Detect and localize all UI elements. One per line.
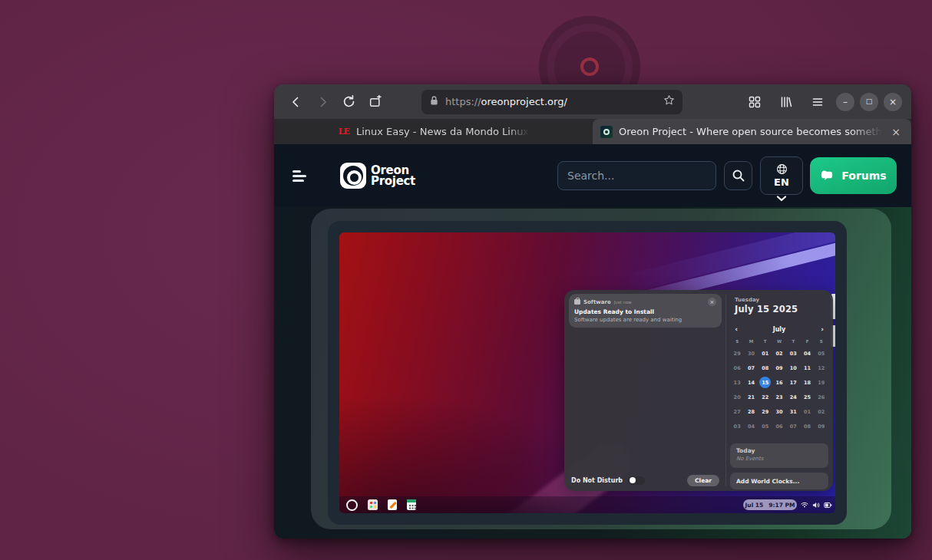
- notification-title: Updates Ready to Install: [574, 308, 716, 315]
- activities-oreon-icon[interactable]: [346, 499, 358, 511]
- calendar-day[interactable]: 11: [800, 361, 814, 375]
- calendar-day[interactable]: 03: [730, 419, 744, 433]
- screenshot-frame: Software Just now × Updates Ready to Ins…: [328, 221, 847, 525]
- calendar-day[interactable]: 08: [758, 361, 772, 375]
- language-selector[interactable]: EN: [760, 156, 803, 195]
- close-button[interactable]: ×: [884, 93, 902, 111]
- calendar-day[interactable]: 06: [772, 419, 786, 433]
- calendar-day[interactable]: 14: [744, 375, 758, 390]
- text-editor-icon[interactable]: [388, 499, 397, 510]
- maximize-button[interactable]: □: [860, 93, 878, 111]
- calendar-day[interactable]: 19: [815, 375, 828, 390]
- dnd-toggle[interactable]: [628, 476, 645, 485]
- calendar-day-header: S: [815, 337, 828, 346]
- site-logo[interactable]: Oreon Project: [340, 163, 415, 189]
- clear-button[interactable]: Clear: [687, 475, 719, 486]
- calendar-day[interactable]: 16: [772, 375, 786, 390]
- browser-window: https://oreonproject.org/ – □ ×: [274, 84, 911, 539]
- menu-icon[interactable]: [805, 91, 831, 114]
- calendar-day-header: M: [744, 337, 758, 346]
- software-store-icon[interactable]: [368, 499, 378, 510]
- tab-bar: LE Linux Easy - News da Mondo Linux Oreo…: [274, 119, 911, 144]
- hero-card: Software Just now × Updates Ready to Ins…: [311, 209, 891, 529]
- dnd-label: Do Not Disturb: [571, 477, 623, 484]
- calendar-day[interactable]: 01: [800, 404, 814, 419]
- calendar-day[interactable]: 09: [772, 361, 786, 375]
- calendar-day[interactable]: 26: [815, 390, 828, 404]
- calendar-day[interactable]: 22: [758, 390, 772, 404]
- calendar-day[interactable]: 01: [758, 346, 772, 361]
- forward-button[interactable]: [309, 91, 335, 114]
- calendar-day[interactable]: 23: [772, 390, 786, 404]
- calendar-day[interactable]: 12: [815, 361, 828, 375]
- volume-icon: [812, 502, 820, 509]
- calendar-day[interactable]: 02: [815, 404, 828, 419]
- calendar-day[interactable]: 07: [786, 419, 800, 433]
- chat-bubbles-icon: [820, 170, 835, 183]
- calendar-day[interactable]: 25: [800, 390, 814, 404]
- new-tab-button[interactable]: [362, 91, 388, 114]
- calendar-day[interactable]: 03: [786, 346, 800, 361]
- tab-linux-easy[interactable]: LE Linux Easy - News da Mondo Linux: [274, 119, 593, 144]
- tab-overview-icon[interactable]: [742, 91, 768, 114]
- calendar-day[interactable]: 02: [772, 346, 786, 361]
- system-tray[interactable]: [801, 496, 832, 513]
- calendar-day[interactable]: 28: [744, 404, 758, 419]
- add-world-clocks-button[interactable]: Add World Clocks...: [730, 473, 828, 489]
- calendar-day[interactable]: 05: [815, 346, 828, 361]
- notification-close-icon[interactable]: ×: [708, 298, 716, 306]
- calendar-day[interactable]: 08: [800, 419, 814, 433]
- oreon-logo-icon: [340, 163, 366, 189]
- site-menu-icon[interactable]: [292, 170, 309, 182]
- lock-icon: [429, 94, 439, 109]
- calendar-day[interactable]: 24: [786, 390, 800, 404]
- notification-card[interactable]: Software Just now × Updates Ready to Ins…: [569, 294, 722, 328]
- search-input[interactable]: [557, 161, 716, 190]
- calendar-day[interactable]: 04: [800, 346, 814, 361]
- calendar-day[interactable]: 29: [730, 346, 744, 361]
- calendar-date-title: July 15 2025: [735, 304, 798, 315]
- calendar-day[interactable]: 30: [772, 404, 786, 419]
- notification-body: Software updates are ready and waiting: [574, 317, 716, 323]
- calendar-prev-icon[interactable]: ‹: [730, 325, 742, 333]
- tab-close-icon[interactable]: ×: [888, 124, 904, 140]
- tab-oreon-project[interactable]: Oreon Project - Where open source become…: [593, 119, 911, 144]
- bookmark-star-icon[interactable]: [663, 94, 675, 109]
- calendar-day[interactable]: 04: [744, 419, 758, 433]
- calendar-day[interactable]: 29: [758, 404, 772, 419]
- forums-button[interactable]: Forums: [810, 157, 897, 194]
- calendar-day[interactable]: 27: [730, 404, 744, 419]
- calendar-day[interactable]: 30: [744, 346, 758, 361]
- search-button[interactable]: [724, 161, 752, 190]
- calendar-day[interactable]: 09: [815, 419, 828, 433]
- calendar-day-header: W: [772, 337, 786, 346]
- calendar-day[interactable]: 05: [758, 419, 772, 433]
- calendar-day-header: T: [786, 337, 800, 346]
- globe-icon: [776, 163, 788, 175]
- desktop: https://oreonproject.org/ – □ ×: [0, 0, 932, 560]
- calendar-day[interactable]: 17: [786, 375, 800, 390]
- desktop-screenshot: Software Just now × Updates Ready to Ins…: [339, 232, 835, 513]
- web-page: Oreon Project EN Forums: [274, 144, 911, 539]
- calendar-day[interactable]: 20: [730, 390, 744, 404]
- library-icon[interactable]: [773, 91, 799, 114]
- reload-button[interactable]: [335, 91, 362, 114]
- url-bar[interactable]: https://oreonproject.org/: [421, 90, 682, 114]
- clock-pill[interactable]: Jul 15 9:17 PM: [743, 499, 797, 510]
- calendar-next-icon[interactable]: ›: [816, 325, 828, 333]
- site-body: Software Just now × Updates Ready to Ins…: [274, 207, 911, 539]
- calendar-day[interactable]: 31: [786, 404, 800, 419]
- calendar-day[interactable]: 15: [758, 375, 772, 390]
- calendar-day[interactable]: 13: [730, 375, 744, 390]
- wifi-icon: [801, 502, 808, 508]
- notification-time: Just now: [614, 300, 632, 305]
- calendar-day[interactable]: 10: [786, 361, 800, 375]
- wallpaper-stripe: [622, 232, 835, 294]
- back-button[interactable]: [283, 91, 309, 114]
- calendar-day[interactable]: 07: [744, 361, 758, 375]
- calendar-day[interactable]: 06: [730, 361, 744, 375]
- calendar-day[interactable]: 21: [744, 390, 758, 404]
- minimize-button[interactable]: –: [836, 93, 854, 111]
- calculator-icon[interactable]: [407, 499, 416, 510]
- calendar-day[interactable]: 18: [800, 375, 814, 390]
